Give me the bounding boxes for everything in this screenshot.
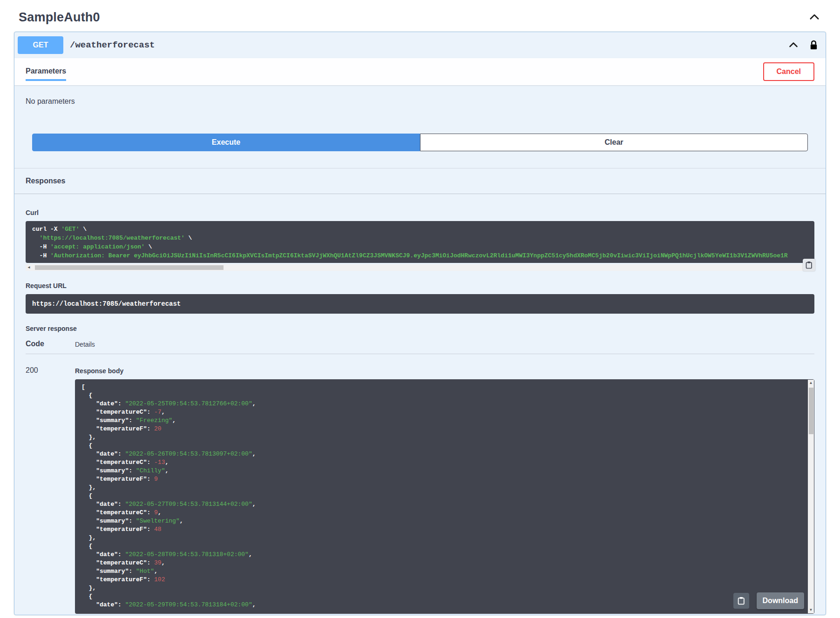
clipboard-icon xyxy=(806,261,813,269)
operation-block: GET /weatherforecast Parameters Cancel xyxy=(14,32,826,615)
responses-section-header: Responses xyxy=(14,168,826,194)
response-body-code[interactable]: [ { "date": "2022-05-25T09:54:53.7812766… xyxy=(75,379,814,614)
execute-button[interactable]: Execute xyxy=(32,134,420,151)
operation-summary[interactable]: GET /weatherforecast xyxy=(14,32,826,58)
curl-code[interactable]: curl -X 'GET' \ 'https://localhost:7085/… xyxy=(26,221,814,263)
clipboard-icon xyxy=(738,597,745,605)
response-table-header: Code Details xyxy=(26,340,814,354)
parameters-body: No parameters xyxy=(14,85,826,126)
chevron-up-icon xyxy=(808,11,820,23)
request-url-label: Request URL xyxy=(26,282,814,289)
chevron-up-icon xyxy=(788,40,799,51)
download-button[interactable]: Download xyxy=(757,592,804,609)
responses-heading: Responses xyxy=(26,177,65,185)
response-details: Response body [ { "date": "2022-05-25T09… xyxy=(75,364,814,614)
responses-body: Curl curl -X 'GET' \ 'https://localhost:… xyxy=(14,209,826,614)
section-title: SampleAuth0 xyxy=(19,10,100,25)
curl-horizontal-scrollbar[interactable]: ◄ ► xyxy=(26,264,814,271)
response-scrollbar-thumb[interactable] xyxy=(809,388,813,434)
response-body-wrap: [ { "date": "2022-05-25T09:54:53.7812766… xyxy=(75,379,814,614)
authorize-lock-button[interactable] xyxy=(808,39,819,51)
operation-collapse-button[interactable] xyxy=(787,39,800,52)
curl-scrollbar-thumb[interactable] xyxy=(35,265,224,270)
method-badge: GET xyxy=(18,36,63,54)
no-parameters-text: No parameters xyxy=(26,85,814,126)
tab-parameters-label: Parameters xyxy=(26,62,66,81)
copy-curl-button[interactable] xyxy=(803,259,815,271)
code-column-header: Code xyxy=(26,340,75,348)
execute-button-group: Execute Clear xyxy=(32,134,808,151)
response-body-label: Response body xyxy=(75,367,814,375)
execute-wrapper: Execute Clear xyxy=(14,134,826,151)
curl-block: curl -X 'GET' \ 'https://localhost:7085/… xyxy=(26,221,814,271)
api-section-header[interactable]: SampleAuth0 xyxy=(0,0,840,32)
lock-closed-icon xyxy=(809,40,818,50)
status-code: 200 xyxy=(26,364,75,614)
request-url-value: https://localhost:7085/weatherforecast xyxy=(26,294,814,314)
curl-label: Curl xyxy=(26,209,814,216)
swagger-page: SampleAuth0 GET /weatherforecast xyxy=(0,0,840,615)
scroll-down-arrow-icon[interactable]: ▼ xyxy=(809,608,813,612)
response-row: 200 Response body [ { "date": "2022-05-2… xyxy=(26,364,814,614)
details-column-header: Details xyxy=(75,341,95,348)
cancel-button[interactable]: Cancel xyxy=(763,62,814,81)
endpoint-path: /weatherforecast xyxy=(70,40,155,50)
response-body-scrollbar[interactable]: ▲ ▼ xyxy=(808,380,814,613)
tab-parameters[interactable]: Parameters xyxy=(26,62,66,81)
server-response-label: Server response xyxy=(26,325,814,332)
scroll-up-arrow-icon[interactable]: ▲ xyxy=(809,381,813,385)
scroll-left-arrow-icon[interactable]: ◄ xyxy=(27,266,31,269)
section-collapse-button[interactable] xyxy=(807,10,821,24)
response-actions: Download xyxy=(733,592,804,609)
parameters-section-header: Parameters Cancel xyxy=(14,58,826,85)
copy-response-button[interactable] xyxy=(733,593,749,609)
clear-button[interactable]: Clear xyxy=(420,134,808,151)
